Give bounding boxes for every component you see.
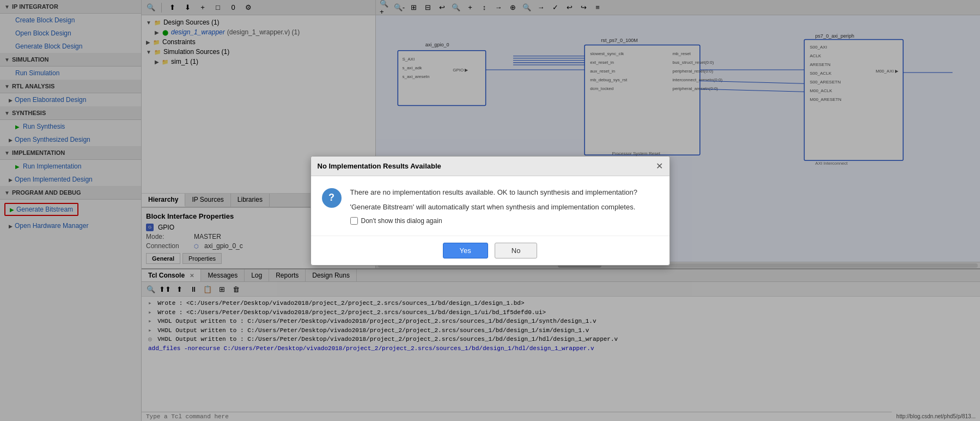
modal-checkbox-row: Don't show this dialog again [350,217,638,225]
modal-text-content: There are no implementation results avai… [350,187,638,225]
modal-question-icon: ? [322,188,342,208]
modal-para2: 'Generate Bitstream' will automatically … [350,202,638,213]
modal-yes-button[interactable]: Yes [443,243,488,258]
modal-body: ? There are no implementation results av… [311,176,669,236]
modal-para1: There are no implementation results avai… [350,187,638,198]
dont-show-checkbox[interactable] [350,217,358,225]
modal-body-line1: There are no implementation results avai… [350,187,638,213]
modal-close-button[interactable]: ✕ [656,161,663,171]
modal-icon-text: ? [328,192,334,203]
modal-overlay[interactable]: No Implementation Results Available ✕ ? … [0,0,980,421]
modal-no-button[interactable]: No [495,243,538,258]
modal-text-line2: 'Generate Bitstream' will automatically … [350,203,636,211]
modal-title: No Implementation Results Available [318,162,441,170]
modal-text-line1: There are no implementation results avai… [350,188,638,196]
modal-footer: Yes No [311,236,669,265]
modal-dialog: No Implementation Results Available ✕ ? … [311,156,670,266]
modal-title-bar: No Implementation Results Available ✕ [311,157,669,176]
dont-show-label: Don't show this dialog again [361,217,442,225]
